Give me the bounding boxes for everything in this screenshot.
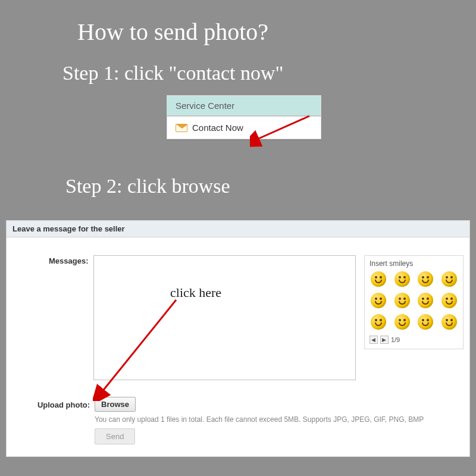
smiley-icon[interactable] <box>371 293 386 308</box>
upload-hint: You can only upload 1 files in total. Ea… <box>95 415 464 424</box>
service-center-card: Service Center Contact Now <box>167 95 321 139</box>
pager-next-button[interactable]: ▶ <box>380 336 389 344</box>
smiley-icon[interactable] <box>441 293 457 308</box>
pager-page-text: 1/9 <box>391 336 400 343</box>
mail-icon <box>176 124 187 132</box>
contact-now-row[interactable]: Contact Now <box>167 117 321 139</box>
messages-textarea[interactable] <box>93 255 356 380</box>
smileys-pager: ◀ ▶ 1/9 <box>369 336 458 344</box>
upload-row: Upload photo: Browse <box>12 397 464 412</box>
page-title: How to send photo? <box>77 18 268 46</box>
contact-now-label: Contact Now <box>192 123 243 133</box>
smiley-icon[interactable] <box>418 293 433 308</box>
send-button[interactable]: Send <box>95 428 135 444</box>
smiley-icon[interactable] <box>394 271 410 287</box>
smileys-title: Insert smileys <box>369 259 458 268</box>
smileys-panel: Insert smileys ◀ ▶ <box>364 255 464 349</box>
messages-row: Messages: Insert smileys <box>12 255 464 380</box>
messages-label: Messages: <box>12 255 89 265</box>
message-panel-body: Messages: Insert smileys <box>7 237 469 456</box>
smiley-icon[interactable] <box>394 293 410 308</box>
smiley-icon[interactable] <box>371 271 386 287</box>
step-1-text: Step 1: click "contact now" <box>62 62 283 84</box>
step-2-text: Step 2: click browse <box>65 175 230 198</box>
message-panel: Leave a message for the seller Messages:… <box>6 220 470 457</box>
click-here-annotation: click here <box>170 285 221 300</box>
smiley-icon[interactable] <box>418 271 433 287</box>
smileys-grid <box>369 271 458 330</box>
pager-prev-button[interactable]: ◀ <box>369 336 378 344</box>
browse-button[interactable]: Browse <box>95 397 136 412</box>
smiley-icon[interactable] <box>371 314 386 330</box>
message-panel-title: Leave a message for the seller <box>7 221 469 237</box>
smiley-icon[interactable] <box>441 314 457 330</box>
smiley-icon[interactable] <box>441 271 457 287</box>
smiley-icon[interactable] <box>394 314 410 330</box>
upload-label: Upload photo: <box>12 399 90 409</box>
service-center-header: Service Center <box>167 96 321 116</box>
smiley-icon[interactable] <box>418 314 433 330</box>
